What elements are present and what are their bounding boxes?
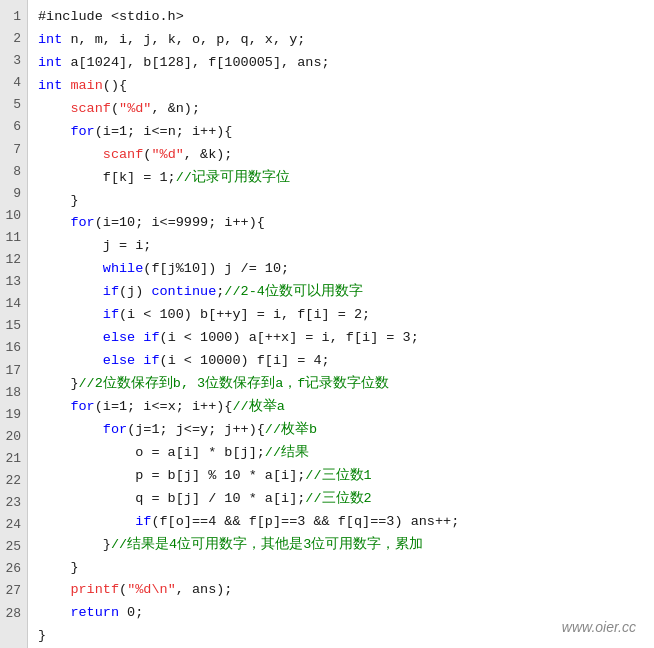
normal-segment: 0; — [119, 605, 143, 620]
code-line: for(i=1; i<=x; i++){//枚举a — [38, 396, 644, 419]
line-number: 3 — [0, 50, 27, 72]
normal-segment: p = b[j] % 10 * a[i]; — [38, 468, 305, 483]
comment-segment: //三位数2 — [305, 491, 371, 506]
kw-segment: int — [38, 55, 62, 70]
code-line: return 0; — [38, 602, 644, 625]
line-number: 12 — [0, 249, 27, 271]
normal-segment: (){ — [103, 78, 127, 93]
normal-segment: j = i; — [38, 238, 151, 253]
line-number: 26 — [0, 558, 27, 580]
line-number: 14 — [0, 293, 27, 315]
code-line: if(i < 100) b[++y] = i, f[i] = 2; — [38, 304, 644, 327]
normal-segment — [38, 582, 70, 597]
code-line: q = b[j] / 10 * a[i];//三位数2 — [38, 488, 644, 511]
line-number: 28 — [0, 603, 27, 625]
normal-segment: } — [38, 193, 79, 208]
code-line: int a[1024], b[128], f[100005], ans; — [38, 52, 644, 75]
code-line: }//结果是4位可用数字，其他是3位可用数字，累加 — [38, 534, 644, 557]
line-number: 5 — [0, 94, 27, 116]
normal-segment: (i=10; i<=9999; i++){ — [95, 215, 265, 230]
normal-segment: f[k] = 1; — [38, 170, 176, 185]
normal-segment: (f[o]==4 && f[p]==3 && f[q]==3) ans++; — [151, 514, 459, 529]
line-number: 11 — [0, 227, 27, 249]
kw-segment: int — [38, 78, 62, 93]
code-line: p = b[j] % 10 * a[i];//三位数1 — [38, 465, 644, 488]
line-number: 22 — [0, 470, 27, 492]
line-number: 9 — [0, 183, 27, 205]
code-line: for(i=1; i<=n; i++){ — [38, 121, 644, 144]
kw-segment: for — [70, 215, 94, 230]
comment-segment: //结果 — [265, 445, 309, 460]
normal-segment — [38, 215, 70, 230]
normal-segment — [38, 101, 70, 116]
kw-segment: if — [103, 307, 119, 322]
kw-segment: continue — [151, 284, 216, 299]
line-number: 4 — [0, 72, 27, 94]
comment-segment: //结果是4位可用数字，其他是3位可用数字，累加 — [111, 537, 423, 552]
normal-segment — [38, 307, 103, 322]
comment-segment: //2位数保存到b, 3位数保存到a，f记录数字位数 — [79, 376, 390, 391]
normal-segment: n, m, i, j, k, o, p, q, x, y; — [62, 32, 305, 47]
kw-segment: return — [70, 605, 119, 620]
line-number: 1 — [0, 6, 27, 28]
normal-segment: (j=1; j<=y; j++){ — [127, 422, 265, 437]
line-number: 27 — [0, 580, 27, 602]
kw-segment: while — [103, 261, 144, 276]
normal-segment — [38, 284, 103, 299]
normal-segment: } — [38, 560, 79, 575]
line-number: 23 — [0, 492, 27, 514]
normal-segment: } — [38, 537, 111, 552]
line-number: 7 — [0, 139, 27, 161]
normal-segment: (i=1; i<=n; i++){ — [95, 124, 233, 139]
line-number: 19 — [0, 404, 27, 426]
normal-segment: , &k); — [184, 147, 233, 162]
normal-segment: } — [38, 628, 46, 643]
kw-segment: if — [143, 353, 159, 368]
code-line: int n, m, i, j, k, o, p, q, x, y; — [38, 29, 644, 52]
normal-segment: } — [38, 376, 79, 391]
code-line: j = i; — [38, 235, 644, 258]
code-line: else if(i < 1000) a[++x] = i, f[i] = 3; — [38, 327, 644, 350]
code-line: o = a[i] * b[j];//结果 — [38, 442, 644, 465]
line-number: 18 — [0, 382, 27, 404]
code-line: } — [38, 625, 644, 648]
normal-segment: , ans); — [176, 582, 233, 597]
normal-segment — [38, 605, 70, 620]
kw-segment: for — [70, 399, 94, 414]
line-number: 25 — [0, 536, 27, 558]
normal-segment: #include <stdio.h> — [38, 9, 184, 24]
code-line: for(i=10; i<=9999; i++){ — [38, 212, 644, 235]
comment-segment: //三位数1 — [305, 468, 371, 483]
fn-call-segment: scanf — [103, 147, 144, 162]
normal-segment — [38, 124, 70, 139]
code-line: scanf("%d", &n); — [38, 98, 644, 121]
normal-segment — [38, 353, 103, 368]
line-number: 16 — [0, 337, 27, 359]
code-window: 1234567891011121314151617181920212223242… — [0, 0, 654, 648]
normal-segment: (i < 1000) a[++x] = i, f[i] = 3; — [160, 330, 419, 345]
kw-segment: if — [103, 284, 119, 299]
comment-segment: //2-4位数可以用数字 — [224, 284, 363, 299]
code-line: } — [38, 557, 644, 580]
normal-segment: , &n); — [151, 101, 200, 116]
normal-segment — [38, 261, 103, 276]
str-segment: "%d" — [151, 147, 183, 162]
comment-segment: //枚举b — [265, 422, 317, 437]
line-number: 13 — [0, 271, 27, 293]
normal-segment: ( — [111, 101, 119, 116]
comment-segment: //记录可用数字位 — [176, 170, 290, 185]
code-line: scanf("%d", &k); — [38, 144, 644, 167]
line-number: 24 — [0, 514, 27, 536]
code-line: for(j=1; j<=y; j++){//枚举b — [38, 419, 644, 442]
fn-call-segment: printf — [70, 582, 119, 597]
kw-segment: for — [70, 124, 94, 139]
normal-segment: ( — [119, 582, 127, 597]
normal-segment: a[1024], b[128], f[100005], ans; — [62, 55, 329, 70]
normal-segment: o = a[i] * b[j]; — [38, 445, 265, 460]
code-line: #include <stdio.h> — [38, 6, 644, 29]
kw-segment: if — [135, 514, 151, 529]
normal-segment — [38, 330, 103, 345]
kw-segment: if — [143, 330, 159, 345]
code-line: else if(i < 10000) f[i] = 4; — [38, 350, 644, 373]
code-line: if(j) continue;//2-4位数可以用数字 — [38, 281, 644, 304]
